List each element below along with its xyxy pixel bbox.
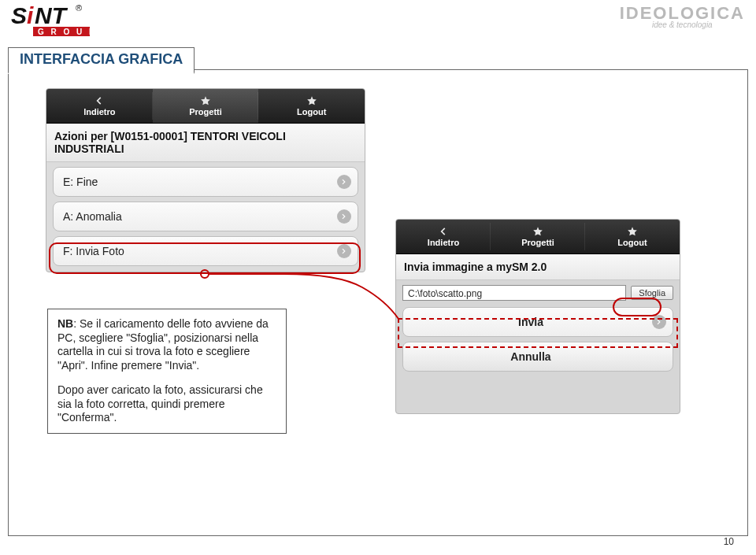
- nb-paragraph-1: : Se il caricamento delle foto avviene d…: [57, 317, 269, 372]
- star-icon: [306, 95, 317, 106]
- nav-back-label: Indietro: [428, 238, 459, 247]
- list-item-fine[interactable]: E: Fine: [53, 167, 358, 197]
- navbar: Indietro Progetti Logout: [396, 220, 680, 254]
- chevron-right-icon: [337, 175, 351, 189]
- nb-paragraph-2: Dopo aver caricato la foto, assicurarsi …: [57, 383, 276, 425]
- nav-back-label: Indietro: [83, 107, 115, 117]
- submit-button[interactable]: Invia: [402, 307, 673, 337]
- ideologica-logo: IDEOLOGICA idee & tecnologia: [620, 3, 745, 29]
- list-item-label: A: Anomalia: [63, 210, 122, 223]
- back-arrow-icon: [438, 226, 449, 237]
- page-number: 10: [724, 536, 734, 547]
- nav-projects-label: Progetti: [189, 107, 222, 117]
- page-title: Azioni per [W0151-00001] TENTORI VEICOLI…: [46, 124, 365, 162]
- cancel-button[interactable]: Annulla: [402, 342, 673, 372]
- list-item-anomalia[interactable]: A: Anomalia: [53, 202, 358, 231]
- file-path-input[interactable]: C:\foto\scatto.png: [402, 285, 626, 301]
- cancel-button-label: Annulla: [510, 350, 550, 363]
- svg-text:i: i: [27, 2, 34, 28]
- file-upload-bar: C:\foto\scatto.png Sfoglia: [402, 285, 673, 301]
- nav-projects[interactable]: Progetti: [153, 89, 259, 123]
- nav-logout[interactable]: Logout: [585, 220, 680, 253]
- sint-group-text: G R O U P: [38, 28, 96, 36]
- section-tab-title: INTERFACCIA GRAFICA: [8, 47, 195, 74]
- page-title: Invia immagine a mySM 2.0: [396, 254, 680, 280]
- submit-button-label: Invia: [518, 316, 543, 328]
- nav-logout-label: Logout: [617, 238, 647, 247]
- nav-projects[interactable]: Progetti: [491, 220, 585, 253]
- navbar: Indietro Progetti Logout: [46, 89, 365, 124]
- chevron-right-icon: [337, 209, 351, 224]
- nb-note-box: NB: Se il caricamento delle foto avviene…: [47, 309, 287, 434]
- sint-logo: S i NT ® G R O U P: [11, 2, 96, 44]
- nb-label: NB: [57, 317, 73, 330]
- svg-text:NT: NT: [35, 2, 69, 28]
- star-icon: [627, 226, 638, 237]
- nav-logout-label: Logout: [297, 107, 326, 117]
- nav-back[interactable]: Indietro: [396, 220, 491, 253]
- list-item-invia-foto[interactable]: F: Invia Foto: [53, 236, 358, 266]
- nav-logout[interactable]: Logout: [258, 89, 365, 123]
- svg-text:S: S: [11, 2, 27, 28]
- chevron-right-icon: [337, 244, 351, 258]
- registered-mark: ®: [76, 3, 82, 13]
- star-icon: [200, 95, 211, 106]
- browse-button[interactable]: Sfoglia: [631, 286, 673, 300]
- phone-mock-left: Indietro Progetti Logout Azioni per [W01…: [46, 88, 365, 272]
- chevron-right-icon: [652, 315, 666, 329]
- nav-back[interactable]: Indietro: [46, 89, 153, 123]
- list-item-label: F: Invia Foto: [63, 245, 124, 257]
- star-icon: [532, 226, 543, 237]
- list-item-label: E: Fine: [63, 176, 98, 188]
- nav-projects-label: Progetti: [521, 238, 554, 247]
- back-arrow-icon: [94, 95, 105, 106]
- phone-mock-right: Indietro Progetti Logout Invia immagine …: [395, 219, 680, 414]
